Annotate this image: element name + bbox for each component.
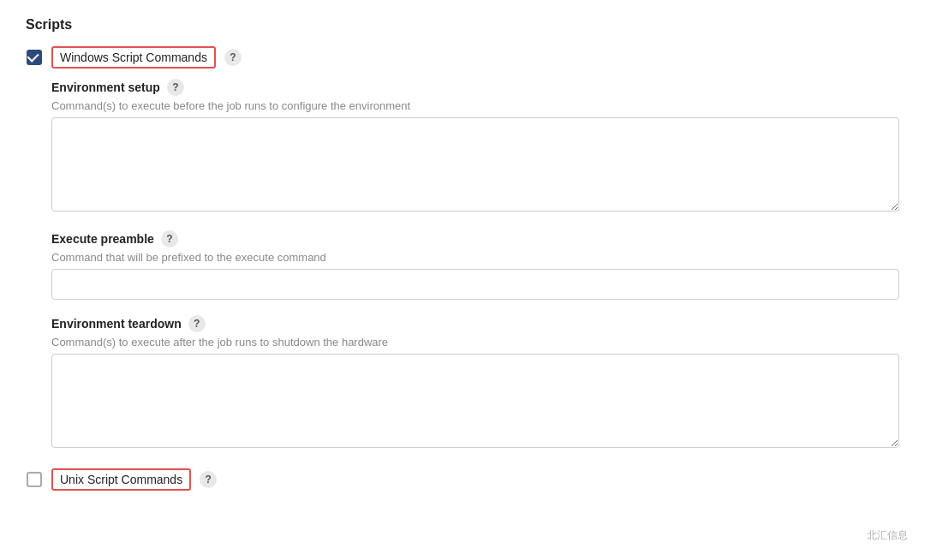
unix-script-header: Unix Script Commands ? — [26, 468, 899, 491]
unix-script-block: Unix Script Commands ? — [26, 468, 899, 491]
execute-preamble-group: Execute preamble ? Command that will be … — [51, 230, 899, 300]
windows-script-block: Windows Script Commands ? Environment se… — [26, 46, 899, 451]
execute-preamble-description: Command that will be prefixed to the exe… — [51, 251, 899, 264]
environment-teardown-help-icon[interactable]: ? — [188, 315, 206, 332]
windows-script-label: Windows Script Commands — [51, 46, 216, 69]
windows-script-checkbox-wrapper[interactable] — [26, 49, 43, 66]
environment-setup-help-icon[interactable]: ? — [167, 79, 184, 96]
environment-setup-header: Environment setup ? — [51, 79, 899, 96]
unix-script-checkbox[interactable] — [27, 472, 42, 487]
execute-preamble-header: Execute preamble ? — [51, 230, 899, 247]
unix-script-checkbox-wrapper[interactable] — [26, 471, 43, 488]
windows-script-content: Environment setup ? Command(s) to execut… — [51, 79, 899, 451]
execute-preamble-label: Execute preamble — [51, 232, 154, 246]
section-title: Scripts — [26, 17, 899, 33]
windows-script-header: Windows Script Commands ? — [26, 46, 899, 69]
environment-teardown-group: Environment teardown ? Command(s) to exe… — [51, 315, 899, 451]
environment-teardown-description: Command(s) to execute after the job runs… — [51, 336, 899, 349]
environment-teardown-header: Environment teardown ? — [51, 315, 899, 332]
environment-setup-description: Command(s) to execute before the job run… — [51, 99, 899, 112]
watermark: 北汇信息 — [867, 528, 908, 543]
execute-preamble-input[interactable] — [51, 269, 899, 300]
unix-script-help-icon[interactable]: ? — [200, 471, 217, 488]
environment-setup-label: Environment setup — [51, 80, 160, 94]
environment-teardown-textarea[interactable] — [51, 354, 899, 448]
environment-setup-group: Environment setup ? Command(s) to execut… — [51, 79, 899, 215]
environment-teardown-label: Environment teardown — [51, 317, 182, 331]
environment-setup-textarea[interactable] — [51, 117, 899, 211]
page-container: Scripts Windows Script Commands ? Enviro… — [26, 17, 899, 491]
windows-script-help-icon[interactable]: ? — [224, 49, 242, 66]
execute-preamble-help-icon[interactable]: ? — [161, 230, 178, 247]
unix-script-label: Unix Script Commands — [51, 468, 191, 491]
windows-script-checkbox[interactable] — [27, 50, 42, 65]
